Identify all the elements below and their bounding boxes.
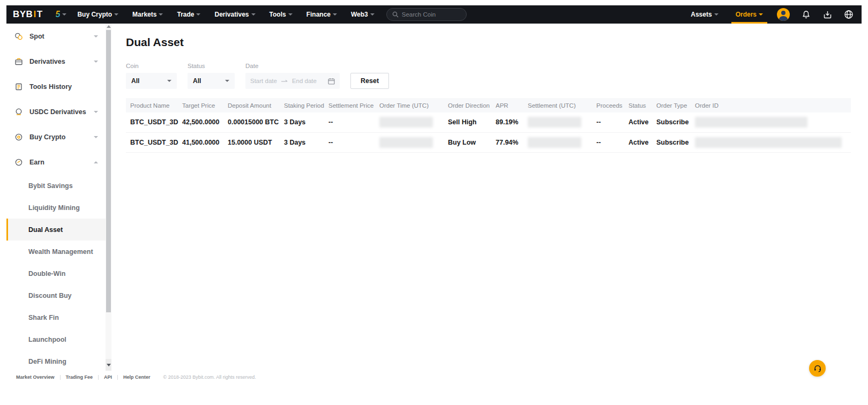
sidebar-subitem-liquidity-mining[interactable]: Liquidity Mining [6, 197, 106, 219]
logo-accent: I [33, 9, 36, 20]
cell-apr: 77.94% [491, 132, 523, 152]
sidebar-subitem-defi-mining[interactable]: DeFi Mining [6, 350, 106, 372]
col-target-price: Target Price [178, 98, 223, 112]
bybit-logo[interactable]: BYBIT [13, 9, 43, 20]
language-globe-icon[interactable] [843, 9, 854, 20]
top-navigation-bar: BYBIT 5 Buy Crypto Markets Trade Derivat… [6, 5, 862, 24]
nav-item-derivatives[interactable]: Derivatives [214, 11, 255, 18]
sidebar-item-tools-history[interactable]: Tools History [6, 74, 106, 99]
sidebar-subitem-launchpool[interactable]: Launchpool [6, 328, 106, 350]
cell-order-id [691, 112, 851, 132]
nav-item-finance[interactable]: Finance [306, 11, 337, 18]
sidebar-item-label: Earn [29, 159, 44, 166]
scroll-down-button[interactable] [106, 359, 111, 371]
sidebar-item-derivatives[interactable]: Derivatives [6, 49, 106, 74]
nav-item-web3[interactable]: Web3 [351, 11, 375, 18]
page: BYBIT 5 Buy Crypto Markets Trade Derivat… [0, 0, 868, 405]
status-filter-label: Status [188, 63, 235, 69]
orders-table: Product Name Target Price Deposit Amount… [126, 98, 851, 153]
cell-settlement-utc [523, 112, 592, 132]
sidebar-subitem-double-win[interactable]: Double-Win [6, 262, 106, 284]
scroll-up-arrow-icon[interactable] [107, 25, 111, 28]
nav-item-buy-crypto[interactable]: Buy Crypto [77, 11, 118, 18]
sidebar-item-usdc-derivatives[interactable]: USDC Derivatives [6, 99, 106, 124]
col-proceeds: Proceeds [592, 98, 624, 112]
chevron-down-icon [714, 13, 719, 16]
sidebar-scrollbar[interactable] [106, 24, 111, 371]
nav-icon-group [777, 8, 854, 21]
sidebar-item-buy-crypto[interactable]: Buy Crypto [6, 124, 106, 149]
chevron-down-icon [94, 136, 98, 138]
cell-deposit-amount: 15.0000 USDT [223, 132, 280, 152]
reset-button[interactable]: Reset [350, 73, 389, 89]
scroll-down-arrow-icon [107, 364, 111, 366]
table-row: BTC_USDT_3D 41,500.0000 15.0000 USDT 3 D… [126, 132, 851, 152]
logo-text-1: BYB [13, 9, 33, 20]
chevron-down-icon [225, 80, 229, 82]
spot-icon [14, 32, 23, 41]
cell-target-price: 41,500.0000 [178, 132, 223, 152]
date-filter-group: Date Start date End date [245, 63, 340, 89]
sidebar-subitem-wealth-management[interactable]: Wealth Management [6, 241, 106, 262]
anniversary-5-icon: 5 [56, 10, 61, 19]
sidebar-item-label: Tools History [29, 83, 72, 91]
status-filter-select[interactable]: All [188, 73, 235, 89]
redacted-value [528, 117, 581, 128]
col-staking-period: Staking Period [280, 98, 324, 112]
cell-order-time [375, 132, 444, 152]
footer-separator [117, 375, 118, 380]
footer-link-api[interactable]: API [104, 374, 112, 380]
cell-target-price: 42,500.0000 [178, 112, 223, 132]
footer-link-market-overview[interactable]: Market Overview [16, 374, 55, 380]
col-order-id: Order ID [691, 98, 851, 112]
coin-filter-select[interactable]: All [126, 73, 177, 89]
cell-status: Active [624, 112, 652, 132]
chevron-down-icon [251, 13, 256, 16]
sidebar: Spot Derivatives Tools History USDC Deri… [6, 24, 106, 371]
sidebar-subitem-bybit-savings[interactable]: Bybit Savings [6, 175, 106, 197]
search-icon [392, 11, 399, 18]
cell-order-direction: Buy Low [444, 132, 491, 152]
notifications-bell-icon[interactable] [800, 9, 811, 20]
footer-link-help-center[interactable]: Help Center [123, 374, 151, 380]
cell-settlement-utc [523, 132, 592, 152]
sidebar-subitem-dual-asset[interactable]: Dual Asset [6, 219, 106, 241]
nav-item-markets[interactable]: Markets [132, 11, 163, 18]
nav-item-orders[interactable]: Orders [727, 5, 772, 24]
col-order-type: Order Type [652, 98, 691, 112]
sidebar-subitem-discount-buy[interactable]: Discount Buy [6, 284, 106, 306]
redacted-value [379, 137, 433, 148]
headset-icon [813, 364, 822, 373]
chevron-down-icon [159, 13, 163, 16]
sidebar-item-earn[interactable]: Earn [6, 149, 106, 175]
sidebar-item-label: Buy Crypto [29, 133, 65, 141]
date-range-picker[interactable]: Start date End date [245, 73, 340, 89]
search-input[interactable]: Search Coin [386, 8, 467, 21]
cell-order-direction: Sell High [444, 112, 491, 132]
chevron-down-icon [370, 13, 375, 16]
col-product-name: Product Name [126, 98, 178, 112]
page-title: Dual Asset [126, 36, 851, 49]
customer-support-chat-button[interactable] [809, 360, 826, 377]
nav-item-tools[interactable]: Tools [270, 11, 293, 18]
cell-proceeds: -- [592, 112, 624, 132]
calendar-icon [328, 78, 335, 85]
anniversary-5-menu[interactable]: 5 [56, 10, 67, 19]
start-date-placeholder: Start date [250, 78, 277, 84]
search-placeholder: Search Coin [402, 11, 436, 18]
user-avatar[interactable] [777, 8, 790, 21]
main-content: Dual Asset Coin All Status All Date St [126, 24, 851, 153]
sidebar-subitem-shark-fin[interactable]: Shark Fin [6, 306, 106, 328]
cell-order-id [691, 132, 851, 152]
nav-item-trade[interactable]: Trade [177, 11, 200, 18]
footer-link-trading-fee[interactable]: Trading Fee [66, 374, 93, 380]
scrollbar-thumb[interactable] [106, 30, 111, 312]
cell-product-name: BTC_USDT_3D [126, 132, 178, 152]
nav-item-assets[interactable]: Assets [682, 5, 727, 24]
sidebar-item-spot[interactable]: Spot [6, 24, 106, 49]
download-app-icon[interactable] [822, 9, 833, 20]
date-filter-label: Date [245, 63, 340, 69]
table-row: BTC_USDT_3D 42,500.0000 0.00015000 BTC 3… [126, 112, 851, 132]
col-settlement-utc: Settlement (UTC) [523, 98, 592, 112]
coin-filter-group: Coin All [126, 63, 177, 89]
